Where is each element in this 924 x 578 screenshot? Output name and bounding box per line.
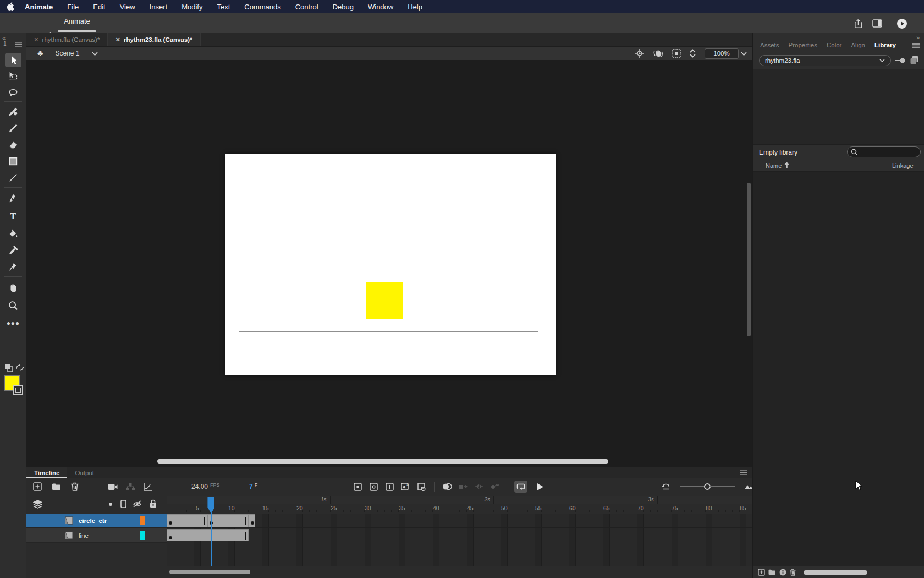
pin-library-icon[interactable]	[895, 57, 905, 64]
asset-warp-pin-tool[interactable]	[5, 260, 21, 274]
canvas-horizontal-scrollbar[interactable]	[157, 459, 608, 464]
selection-tool[interactable]	[5, 53, 21, 67]
line-tool[interactable]	[5, 171, 21, 185]
stroke-color-swatch[interactable]	[13, 385, 23, 395]
new-folder-icon[interactable]	[50, 481, 63, 493]
free-transform-tool[interactable]	[5, 69, 21, 84]
menu-item-view[interactable]: View	[113, 3, 142, 11]
clip-content-icon[interactable]	[672, 49, 681, 58]
menu-item-modify[interactable]: Modify	[174, 3, 210, 11]
timeline-panel-menu-icon[interactable]	[740, 470, 747, 475]
stage-horizontal-line[interactable]	[239, 331, 538, 332]
tab-timeline[interactable]: Timeline	[26, 467, 67, 478]
eyedropper-tool[interactable]	[5, 243, 21, 258]
more-tools-icon[interactable]: ●●●	[5, 316, 21, 330]
tab-color[interactable]: Color	[827, 42, 842, 52]
onion-skin-icon[interactable]	[441, 481, 454, 493]
doc-tab-rhythm23[interactable]: × rhythm23.fla (Canvas)*	[108, 33, 200, 46]
create-classic-tween-icon[interactable]	[457, 481, 470, 493]
create-shape-tween-icon[interactable]	[472, 481, 486, 493]
app-tab-animate[interactable]: Animate	[58, 17, 96, 25]
default-colors-icon[interactable]	[4, 363, 13, 372]
classic-brush-tool[interactable]	[5, 121, 21, 135]
layer-color-swatch[interactable]	[140, 531, 145, 540]
frames-empty-grid[interactable]	[167, 541, 752, 566]
menu-item-window[interactable]: Window	[361, 3, 400, 11]
insert-blank-keyframe-icon[interactable]	[367, 481, 380, 493]
zoom-dropdown-chevron-icon[interactable]	[741, 52, 747, 56]
menu-item-debug[interactable]: Debug	[326, 3, 361, 11]
timeline-horizontal-scrollbar[interactable]	[169, 570, 250, 574]
current-frame-indicator[interactable]: 7 F	[249, 478, 257, 495]
fps-indicator[interactable]: 24.00 FPS	[191, 478, 220, 495]
close-tab-icon[interactable]: ×	[116, 35, 120, 43]
frame-span-circle_ctr-7[interactable]	[207, 514, 248, 527]
zoom-stepper-icon[interactable]	[690, 49, 696, 58]
layer-row-circle_ctr[interactable]: circle_ctr	[26, 514, 167, 528]
apple-icon[interactable]	[7, 2, 14, 11]
library-item-list[interactable]	[754, 172, 924, 566]
menu-item-insert[interactable]: Insert	[142, 3, 175, 11]
edit-symbols-icon[interactable]: ♣	[37, 48, 43, 58]
tab-library[interactable]: Library	[875, 42, 896, 52]
stage-yellow-square[interactable]	[366, 282, 403, 319]
center-stage-icon[interactable]	[635, 49, 644, 58]
hand-tool[interactable]	[5, 281, 21, 295]
tab-output[interactable]: Output	[67, 467, 102, 478]
panel-menu-icon[interactable]	[912, 43, 920, 52]
frames-row-circle_ctr[interactable]	[167, 514, 752, 528]
insert-keyframe-icon[interactable]	[351, 481, 364, 493]
insert-frame-icon[interactable]	[383, 481, 396, 493]
auto-keyframe-icon[interactable]: A	[399, 481, 412, 493]
doc-tab-rhythm[interactable]: × rhythm.fla (Canvas)*	[26, 33, 108, 46]
frame-span-circle_ctr-1[interactable]	[167, 514, 207, 527]
share-icon[interactable]	[854, 19, 863, 29]
sort-ascending-icon[interactable]	[784, 162, 789, 168]
menu-item-file[interactable]: File	[60, 3, 86, 11]
show-parenting-icon[interactable]	[124, 481, 137, 493]
remove-frames-icon[interactable]	[415, 481, 428, 493]
hide-layers-icon[interactable]	[133, 500, 142, 508]
layer-color-swatch[interactable]	[140, 516, 145, 525]
pen-tool[interactable]	[5, 192, 21, 206]
tab-assets[interactable]: Assets	[760, 42, 779, 52]
current-frame-value[interactable]: 7	[249, 483, 253, 490]
canvas-pasteboard[interactable]	[26, 61, 752, 467]
layer-name-label[interactable]: circle_ctr	[79, 517, 107, 524]
eraser-tool[interactable]	[5, 138, 21, 152]
scene-dropdown-chevron-icon[interactable]	[92, 52, 98, 56]
rectangle-tool[interactable]	[5, 154, 21, 168]
outline-view-icon[interactable]	[120, 500, 127, 508]
tab-align[interactable]: Align	[851, 42, 865, 52]
canvas-vertical-scrollbar[interactable]	[747, 183, 751, 336]
new-folder-icon[interactable]	[768, 569, 776, 575]
library-document-select[interactable]: rhythm23.fla	[759, 55, 891, 66]
menu-item-help[interactable]: Help	[400, 3, 430, 11]
layer-row-line[interactable]: line	[26, 528, 167, 543]
menu-item-control[interactable]: Control	[288, 3, 326, 11]
reset-timeline-zoom-icon[interactable]	[659, 481, 672, 493]
linkage-column-header[interactable]: Linkage	[892, 162, 914, 169]
swap-colors-icon[interactable]	[15, 363, 24, 372]
frame-ruler[interactable]: 1s2s3s 510152025303540455055606570758085	[167, 496, 752, 512]
name-column-header[interactable]: Name	[766, 162, 782, 169]
fluid-brush-tool[interactable]	[5, 105, 21, 119]
tab-properties[interactable]: Properties	[789, 42, 817, 52]
play-icon[interactable]	[534, 481, 547, 493]
highlight-layers-icon[interactable]	[109, 503, 112, 506]
stage[interactable]	[226, 154, 556, 375]
create-motion-tween-icon[interactable]	[488, 481, 502, 493]
new-symbol-icon[interactable]	[758, 569, 765, 576]
frame-span-line-1[interactable]	[167, 529, 249, 542]
test-movie-play-icon[interactable]	[897, 18, 908, 29]
menu-item-animate[interactable]: Animate	[18, 3, 60, 11]
lasso-tool[interactable]	[5, 86, 21, 100]
item-properties-icon[interactable]	[779, 569, 787, 576]
frame-graph-icon[interactable]	[141, 481, 155, 493]
menu-item-edit[interactable]: Edit	[86, 3, 112, 11]
close-tab-icon[interactable]: ×	[34, 35, 38, 43]
keyframe-dot[interactable]	[169, 536, 172, 539]
menu-item-text[interactable]: Text	[210, 3, 237, 11]
paint-bucket-tool[interactable]	[5, 227, 21, 241]
rotation-tool-icon[interactable]	[653, 49, 663, 58]
